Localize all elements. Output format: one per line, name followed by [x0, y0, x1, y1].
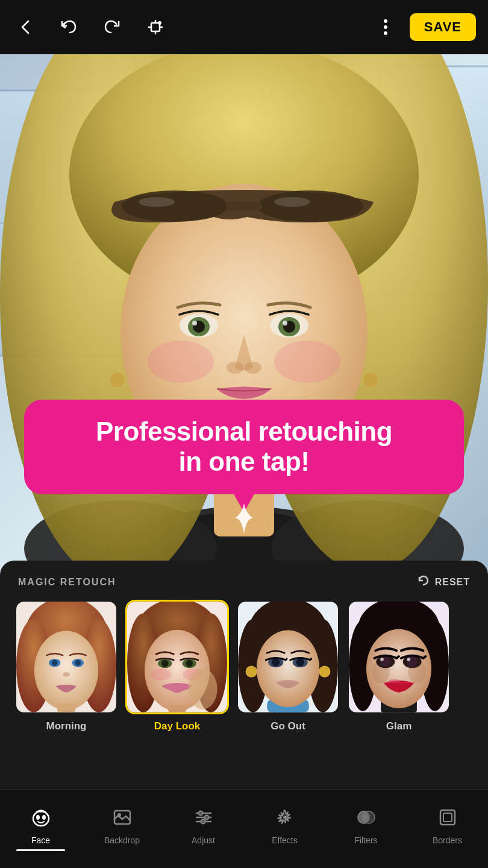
- svg-point-78: [296, 658, 305, 667]
- filters-nav-label: Filters: [354, 835, 377, 845]
- undo-button[interactable]: [55, 14, 82, 40]
- svg-point-22: [148, 341, 214, 383]
- svg-point-96: [36, 815, 40, 820]
- svg-point-73: [319, 665, 330, 677]
- backdrop-nav-label: Backdrop: [104, 835, 140, 845]
- face-nav-label: Face: [31, 835, 50, 845]
- backdrop-icon: [112, 807, 133, 832]
- svg-point-107: [283, 816, 287, 819]
- nav-item-backdrop[interactable]: Backdrop: [81, 807, 163, 851]
- svg-point-8: [384, 31, 387, 35]
- svg-point-34: [110, 373, 125, 387]
- effects-icon: [275, 807, 295, 832]
- svg-point-93: [380, 658, 384, 661]
- svg-point-57: [151, 668, 172, 680]
- retouch-options-row: Morning: [12, 600, 476, 732]
- retouch-item-daylook[interactable]: Day Look: [125, 600, 229, 732]
- svg-point-94: [407, 658, 411, 661]
- filters-icon: [356, 807, 377, 832]
- svg-point-49: [75, 660, 81, 666]
- promo-text: Professional retouching in one tap!: [43, 417, 445, 477]
- save-button[interactable]: SAVE: [410, 13, 476, 41]
- redo-button[interactable]: [99, 14, 125, 40]
- svg-point-60: [161, 660, 169, 667]
- svg-point-72: [246, 665, 257, 677]
- svg-point-45: [34, 631, 98, 710]
- daylook-label: Day Look: [154, 720, 201, 732]
- svg-point-40: [274, 197, 310, 207]
- svg-point-7: [384, 25, 387, 29]
- adjust-icon: [193, 807, 214, 832]
- svg-point-5: [158, 21, 161, 25]
- svg-point-74: [257, 631, 319, 707]
- svg-point-23: [274, 341, 340, 383]
- retouch-item-glam[interactable]: Glam: [347, 600, 451, 732]
- reset-label: RESET: [435, 577, 470, 588]
- svg-point-92: [389, 679, 400, 683]
- bottom-nav: Face Backdrop Adjust: [0, 790, 488, 868]
- svg-point-105: [204, 816, 208, 820]
- svg-point-47: [52, 660, 58, 666]
- svg-point-95: [33, 811, 49, 826]
- morning-label: Morning: [46, 720, 86, 732]
- reset-icon: [417, 574, 430, 590]
- effects-nav-label: Effects: [272, 835, 298, 845]
- retouch-thumb-glam: [347, 600, 451, 714]
- svg-rect-51: [57, 703, 76, 712]
- nav-item-adjust[interactable]: Adjust: [163, 807, 244, 851]
- svg-rect-64: [168, 705, 187, 712]
- bottom-panel: MAGIC RETOUCH RESET: [0, 561, 488, 790]
- promo-bubble: Professional retouching in one tap!: [24, 400, 464, 494]
- more-button[interactable]: [372, 14, 399, 40]
- svg-point-106: [201, 820, 205, 824]
- retouch-item-morning[interactable]: Morning: [14, 600, 118, 732]
- svg-rect-111: [443, 813, 452, 822]
- crop-button[interactable]: [142, 14, 169, 40]
- svg-point-104: [198, 811, 202, 816]
- svg-point-63: [188, 668, 217, 709]
- svg-point-37: [257, 190, 363, 222]
- svg-point-35: [363, 373, 378, 387]
- borders-icon: [437, 807, 458, 832]
- svg-point-76: [272, 658, 280, 667]
- promo-line1: Professional retouching: [96, 417, 392, 446]
- svg-point-32: [227, 362, 243, 374]
- svg-point-50: [63, 672, 70, 677]
- glam-label: Glam: [386, 720, 412, 732]
- retouch-item-goout[interactable]: Go Out: [236, 600, 340, 732]
- reset-button[interactable]: RESET: [417, 574, 470, 590]
- svg-point-62: [186, 660, 193, 667]
- top-bar: SAVE: [0, 0, 488, 54]
- svg-point-27: [192, 321, 197, 326]
- svg-point-33: [245, 362, 261, 374]
- svg-point-36: [122, 190, 228, 222]
- nav-item-filters[interactable]: Filters: [325, 807, 407, 851]
- top-bar-right-actions: SAVE: [372, 13, 476, 41]
- nav-item-face[interactable]: Face: [0, 807, 81, 851]
- nav-item-borders[interactable]: Borders: [407, 807, 488, 851]
- promo-line2: in one tap!: [179, 447, 310, 476]
- nav-item-effects[interactable]: Effects: [244, 807, 325, 851]
- svg-point-97: [42, 815, 46, 820]
- retouch-thumb-daylook: [125, 600, 229, 714]
- face-icon: [31, 807, 51, 832]
- svg-point-100: [117, 813, 121, 817]
- svg-point-31: [283, 321, 287, 326]
- back-button[interactable]: [12, 14, 39, 40]
- goout-label: Go Out: [271, 720, 305, 732]
- retouch-thumb-goout: [236, 600, 340, 714]
- retouch-thumb-morning: [14, 600, 118, 714]
- adjust-nav-label: Adjust: [192, 835, 215, 845]
- main-image-area: Professional retouching in one tap!: [0, 54, 488, 579]
- magic-retouch-header: MAGIC RETOUCH RESET: [12, 561, 476, 600]
- svg-point-39: [139, 197, 175, 207]
- svg-point-6: [384, 19, 387, 23]
- svg-rect-38: [226, 201, 262, 210]
- svg-rect-110: [440, 810, 455, 825]
- borders-nav-label: Borders: [433, 835, 462, 845]
- arrow-down-icon: [226, 500, 262, 542]
- magic-retouch-label: MAGIC RETOUCH: [18, 577, 116, 588]
- top-bar-left-actions: [12, 14, 169, 40]
